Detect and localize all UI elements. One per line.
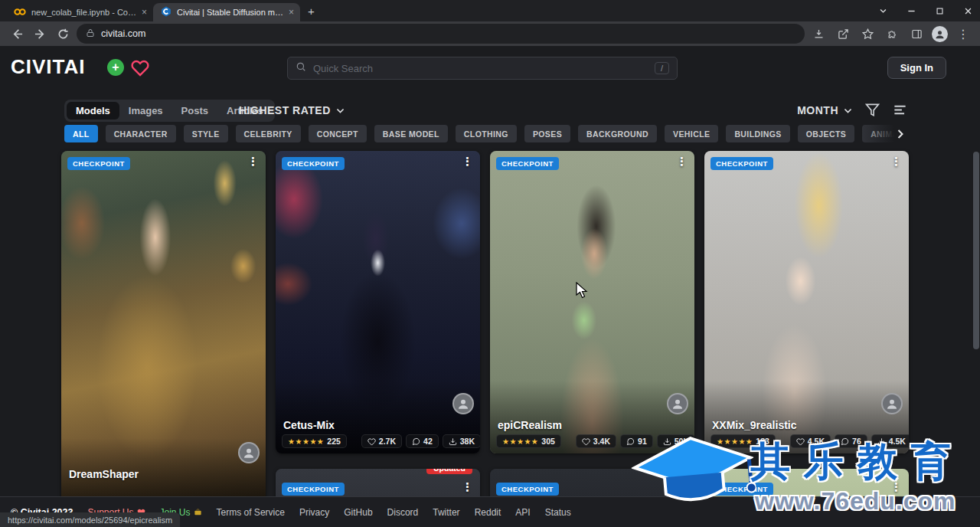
browser-tab-strip: new_colab_file.ipynb - Colaborat × Civit… — [0, 0, 980, 21]
model-card-xxmix[interactable]: CHECKPOINT ⋮ XXMix_9realistic ★★★★★183 4… — [704, 151, 909, 453]
browser-menu-icon[interactable]: ⋮ — [954, 25, 972, 43]
star-icons: ★★★★★ — [288, 437, 324, 446]
lock-icon — [86, 28, 95, 40]
tab-close-icon[interactable]: × — [289, 8, 294, 17]
bookmark-star-icon[interactable] — [858, 25, 877, 43]
reload-button[interactable] — [54, 25, 72, 43]
model-card-dreamshaper[interactable]: CHECKPOINT ⋮ DreamShaper — [61, 151, 266, 511]
layout-toggle-icon[interactable] — [893, 103, 908, 118]
category-chip[interactable]: CHARACTER — [106, 125, 176, 142]
category-chip[interactable]: CONCEPT — [309, 125, 367, 142]
creator-avatar[interactable] — [452, 393, 474, 414]
search-shortcut-key: / — [655, 62, 669, 74]
category-chip[interactable]: BUILDINGS — [726, 125, 789, 142]
footer-link-terms[interactable]: Terms of Service — [217, 507, 285, 518]
support-heart-icon[interactable] — [131, 58, 149, 77]
tab-posts[interactable]: Posts — [172, 102, 217, 119]
close-button[interactable] — [964, 7, 972, 15]
footer-link-twitter[interactable]: Twitter — [433, 507, 459, 518]
heart-icon — [368, 437, 376, 446]
card-menu-icon[interactable]: ⋮ — [676, 155, 688, 169]
rating-pill: ★★★★★225 — [282, 434, 347, 448]
checkpoint-badge[interactable]: CHECKPOINT — [496, 157, 559, 170]
search-input[interactable] — [313, 63, 648, 74]
checkpoint-badge[interactable]: CHECKPOINT — [710, 157, 773, 170]
sign-in-button[interactable]: Sign In — [887, 57, 946, 79]
tab-images[interactable]: Images — [119, 102, 172, 119]
category-chip[interactable]: VEHICLE — [665, 125, 718, 142]
checkpoint-badge[interactable]: CHECKPOINT — [496, 483, 559, 496]
browser-tab-colab[interactable]: new_colab_file.ipynb - Colaborat × — [6, 3, 153, 21]
card-menu-icon[interactable]: ⋮ — [462, 155, 473, 169]
download-icon — [449, 437, 457, 446]
card-menu-icon[interactable]: ⋮ — [890, 481, 902, 494]
checkpoint-badge[interactable]: CHECKPOINT — [282, 157, 345, 170]
tab-title: new_colab_file.ipynb - Colaborat — [31, 8, 136, 17]
card-menu-icon[interactable]: ⋮ — [890, 155, 902, 169]
category-chip[interactable]: POSES — [524, 125, 570, 142]
chip-scroll-right[interactable] — [859, 123, 908, 146]
quick-search-box[interactable]: / — [287, 57, 678, 80]
sort-label: HIGHEST RATED — [239, 104, 331, 116]
footer-link-discord[interactable]: Discord — [387, 507, 419, 518]
comment-icon — [626, 437, 635, 446]
checkpoint-badge[interactable]: CHECKPOINT — [282, 483, 345, 496]
chevron-down-icon — [843, 106, 853, 116]
tab-title: Civitai | Stable Diffusion models, — [177, 8, 283, 17]
model-card-epicrealism[interactable]: CHECKPOINT ⋮ epiCRealism ★★★★★305 3.4K 9… — [490, 151, 694, 453]
checkpoint-badge[interactable]: CHECKPOINT — [710, 483, 773, 496]
filter-funnel-icon[interactable] — [865, 103, 880, 118]
tab-search-chevron-icon[interactable] — [879, 7, 887, 15]
tab-models[interactable]: Models — [67, 102, 119, 119]
civitai-logo[interactable]: CIVITAI — [11, 55, 86, 79]
card-menu-icon[interactable]: ⋮ — [676, 481, 688, 494]
category-chip[interactable]: BACKGROUND — [578, 125, 657, 142]
checkpoint-badge[interactable]: CHECKPOINT — [67, 157, 130, 170]
model-title: epiCRealism — [498, 419, 562, 431]
sort-dropdown[interactable]: HIGHEST RATED — [239, 104, 345, 116]
downloads-count: 50K — [675, 437, 689, 446]
footer-link-status[interactable]: Status — [545, 507, 571, 518]
mouse-cursor — [576, 282, 588, 302]
download-icon — [877, 437, 886, 446]
comments-pill: 91 — [620, 434, 653, 448]
maximize-button[interactable] — [936, 7, 944, 15]
comments-count: 76 — [852, 437, 861, 446]
browser-tab-civitai[interactable]: Civitai | Stable Diffusion models, × — [153, 3, 300, 21]
minimize-button[interactable] — [907, 7, 916, 15]
category-chip[interactable]: BASE MODEL — [374, 125, 448, 142]
category-chip[interactable]: CELEBRITY — [236, 125, 301, 142]
address-bar[interactable]: civitai.com — [77, 24, 805, 44]
period-dropdown[interactable]: MONTH — [797, 104, 853, 116]
page-scrollbar-thumb[interactable] — [973, 152, 979, 349]
category-chip[interactable]: OBJECTS — [798, 125, 854, 142]
footer-link-api[interactable]: API — [515, 507, 530, 518]
forward-button[interactable] — [31, 25, 49, 43]
category-chip[interactable]: STYLE — [184, 125, 228, 142]
card-menu-icon[interactable]: ⋮ — [462, 481, 473, 494]
tab-close-icon[interactable]: × — [142, 8, 147, 17]
browser-profile-avatar[interactable] — [932, 26, 948, 42]
create-plus-button[interactable]: + — [107, 59, 124, 76]
briefcase-icon — [194, 508, 202, 516]
card-menu-icon[interactable]: ⋮ — [247, 155, 259, 169]
footer-link-github[interactable]: GitHub — [344, 507, 372, 518]
model-card-cetus-mix[interactable]: CHECKPOINT ⋮ Cetus-Mix ★★★★★225 2.7K 42 … — [276, 151, 480, 453]
creator-avatar[interactable] — [667, 393, 688, 414]
downloads-icon[interactable] — [809, 25, 828, 43]
extensions-puzzle-icon[interactable] — [883, 25, 901, 43]
rating-count: 305 — [541, 437, 555, 446]
new-tab-button[interactable]: + — [308, 5, 315, 18]
creator-avatar[interactable] — [238, 442, 260, 463]
creator-avatar[interactable] — [881, 393, 903, 414]
side-panel-icon[interactable] — [907, 25, 926, 43]
category-chip-all[interactable]: ALL — [64, 125, 98, 142]
star-icons: ★★★★★ — [502, 437, 538, 446]
back-button[interactable] — [8, 25, 26, 43]
category-chip[interactable]: CLOTHING — [456, 125, 517, 142]
footer-link-reddit[interactable]: Reddit — [475, 507, 501, 518]
share-icon[interactable] — [834, 25, 852, 43]
comments-count: 42 — [423, 437, 433, 446]
footer-link-privacy[interactable]: Privacy — [299, 507, 329, 518]
model-title: XXMix_9realistic — [712, 419, 797, 431]
